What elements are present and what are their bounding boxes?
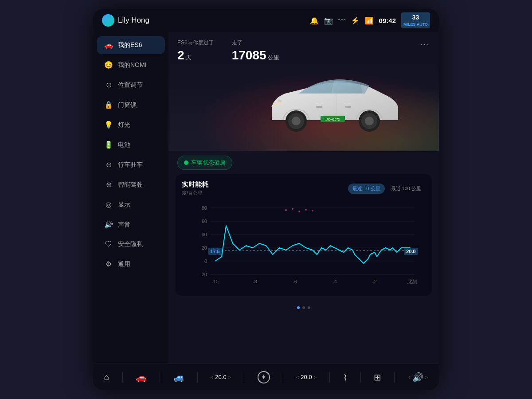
sidebar-item-privacy[interactable]: 🛡 安全隐私 xyxy=(97,235,165,253)
separator-1 xyxy=(122,372,123,383)
vehicle-stats: ES6与你度过了 2 天 走了 17085 公里 xyxy=(177,39,279,63)
autopilot-icon: ⊕ xyxy=(104,180,113,189)
sidebar-item-sound[interactable]: 🔊 声音 xyxy=(97,215,165,234)
pagination-dots xyxy=(168,303,439,313)
fan-icon: ✦ xyxy=(258,371,270,383)
wiper-icon: ⌇ xyxy=(343,372,348,383)
svg-point-3 xyxy=(292,117,301,125)
battery-icon: 🔋 xyxy=(104,141,113,149)
chart-unit: 度/百公里 xyxy=(182,190,208,196)
svg-text:-6: -6 xyxy=(293,279,297,284)
user-avatar xyxy=(102,14,114,27)
separator-6 xyxy=(329,372,330,383)
tab-10km[interactable]: 最近 10 公里 xyxy=(348,184,384,194)
top-icons: 🔔 📷 〰 ⚡ 📶 09:42 33 MILES AUTO xyxy=(310,12,430,28)
sidebar-label-my-es6: 我的ES6 xyxy=(118,41,142,49)
days-value: 2 天 xyxy=(177,48,214,63)
sidebar-item-my-es6[interactable]: 🚗 我的ES6 xyxy=(97,36,165,54)
car-image-area: 沪DH2072 xyxy=(168,63,439,151)
svg-text:40: 40 xyxy=(202,232,207,237)
svg-text:17.5: 17.5 xyxy=(210,249,219,254)
svg-point-6 xyxy=(365,117,374,125)
sidebar-label-parking: 行车驻车 xyxy=(118,161,143,169)
volume-control[interactable]: < 🔊 > xyxy=(407,372,428,383)
shield-icon: 🛡 xyxy=(104,240,113,248)
home-button[interactable]: ⌂ xyxy=(104,372,110,382)
position-icon: ⊙ xyxy=(104,81,113,89)
bell-icon[interactable]: 🔔 xyxy=(310,16,319,25)
sidebar-label-my-nomi: 我的NOMI xyxy=(118,61,147,69)
auto-badge: 33 MILES AUTO xyxy=(401,12,430,28)
separator-3 xyxy=(197,372,198,383)
svg-text:80: 80 xyxy=(202,205,207,211)
sidebar-label-door-lock: 门窗锁 xyxy=(118,101,137,109)
car-image: 沪DH2072 xyxy=(258,67,409,147)
tab-100km[interactable]: 最近 100 公里 xyxy=(387,184,426,194)
sidebar-item-parking[interactable]: ⊖ 行车驻车 xyxy=(97,156,165,174)
wave-icon[interactable]: 〰 xyxy=(338,16,345,24)
more-button[interactable]: ··· xyxy=(420,39,430,49)
grid-button[interactable]: ⊞ xyxy=(374,372,381,383)
wiper-button[interactable]: ⌇ xyxy=(343,372,348,383)
temp-left-control[interactable]: < 20.0 > xyxy=(211,374,231,380)
bluetooth-icon[interactable]: ⚡ xyxy=(351,16,360,25)
car-icon: 🚗 xyxy=(104,41,113,49)
svg-text:-2: -2 xyxy=(372,279,377,284)
sidebar-label-sound: 声音 xyxy=(118,221,130,229)
sidebar-item-my-nomi[interactable]: 😊 我的NOMI xyxy=(97,56,165,74)
sidebar-item-position[interactable]: ⊙ 位置调节 xyxy=(97,76,165,94)
energy-chart-svg: 80 60 40 20 0 -20 -10 -8 -6 -4 -2 此刻 xyxy=(182,199,426,288)
separator-5 xyxy=(283,372,283,383)
car-small-button[interactable]: 🚙 xyxy=(173,372,184,383)
temp-right-value: 20.0 xyxy=(301,374,312,380)
dot-2[interactable] xyxy=(302,306,305,309)
sidebar-item-battery[interactable]: 🔋 电池 xyxy=(97,136,165,154)
days-label: ES6与你度过了 xyxy=(177,39,214,47)
volume-up[interactable]: > xyxy=(425,375,428,380)
car-button[interactable]: 🚗 xyxy=(136,372,147,383)
sidebar-label-lights: 灯光 xyxy=(118,121,130,129)
svg-text:60: 60 xyxy=(202,219,207,224)
parking-icon: ⊖ xyxy=(104,160,113,169)
chart-tabs: 最近 10 公里 最近 100 公里 xyxy=(348,184,426,194)
volume-down[interactable]: < xyxy=(407,375,410,380)
temp-left-inc[interactable]: > xyxy=(228,375,231,380)
chart-title: 实时能耗 xyxy=(182,180,208,189)
camera-icon[interactable]: 📷 xyxy=(324,16,333,25)
sidebar-item-autopilot[interactable]: ⊕ 智能驾驶 xyxy=(97,176,165,194)
sidebar-item-lights[interactable]: 💡 灯光 xyxy=(97,116,165,134)
sidebar-label-general: 通用 xyxy=(118,260,130,268)
sidebar-item-display[interactable]: ◎ 显示 xyxy=(97,196,165,214)
chart-header: 实时能耗 度/百公里 最近 10 公里 最近 100 公里 xyxy=(182,180,426,196)
chart-title-block: 实时能耗 度/百公里 xyxy=(182,180,208,196)
light-icon: 💡 xyxy=(104,121,113,129)
svg-text:-20: -20 xyxy=(200,272,207,277)
main-content: 🚗 我的ES6 😊 我的NOMI ⊙ 位置调节 🔒 门窗锁 💡 灯光 🔋 xyxy=(93,32,439,364)
svg-point-36 xyxy=(292,208,293,210)
sidebar-label-privacy: 安全隐私 xyxy=(118,240,143,248)
energy-chart-container: 实时能耗 度/百公里 最近 10 公里 最近 100 公里 xyxy=(176,174,432,296)
dot-3[interactable] xyxy=(308,306,310,309)
sidebar-item-general[interactable]: ⚙ 通用 xyxy=(97,255,165,273)
svg-text:-4: -4 xyxy=(332,279,337,284)
svg-point-39 xyxy=(312,210,313,211)
temp-right-dec[interactable]: < xyxy=(296,375,299,380)
dot-1[interactable] xyxy=(297,306,300,309)
sidebar-item-door-lock[interactable]: 🔒 门窗锁 xyxy=(97,96,165,114)
fan-button[interactable]: ✦ xyxy=(258,371,270,383)
top-bar: Lily Hong 🔔 📷 〰 ⚡ 📶 09:42 33 MILES AUTO xyxy=(93,9,439,32)
main-screen: Lily Hong 🔔 📷 〰 ⚡ 📶 09:42 33 MILES AUTO … xyxy=(93,9,439,390)
sidebar: 🚗 我的ES6 😊 我的NOMI ⊙ 位置调节 🔒 门窗锁 💡 灯光 🔋 xyxy=(93,32,168,364)
svg-text:此刻: 此刻 xyxy=(407,279,417,284)
temp-right-control[interactable]: < 20.0 > xyxy=(296,374,317,380)
temp-right-inc[interactable]: > xyxy=(314,375,317,380)
distance-stat: 走了 17085 公里 xyxy=(232,39,280,63)
separator-8 xyxy=(394,372,395,383)
temp-left-dec[interactable]: < xyxy=(211,375,213,380)
lock-icon: 🔒 xyxy=(104,101,113,109)
volume-icon: 🔊 xyxy=(412,372,423,383)
health-badge[interactable]: 车辆状态健康 xyxy=(177,156,232,170)
svg-point-35 xyxy=(285,209,287,211)
distance-label: 走了 xyxy=(232,39,280,47)
display-icon: ◎ xyxy=(104,200,113,209)
